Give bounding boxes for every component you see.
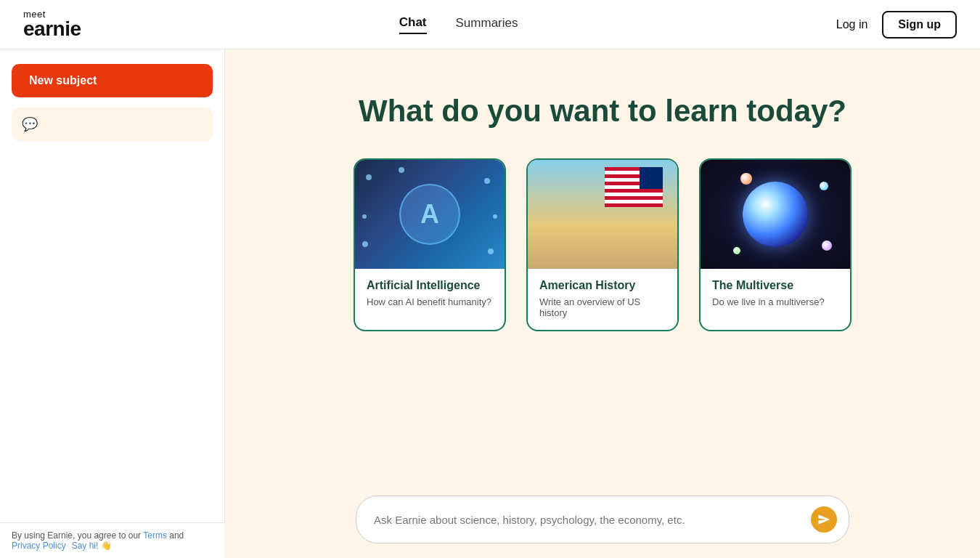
card-us-title: American History <box>539 279 666 292</box>
logo-earnie: earnie <box>23 19 81 39</box>
card-multiverse[interactable]: The Multiverse Do we live in a multivers… <box>699 158 852 331</box>
orb-small-4 <box>822 240 832 251</box>
card-ai[interactable]: A Artificial Intelligence How can AI ben… <box>354 158 506 331</box>
input-bar <box>356 496 849 543</box>
card-multi-body: The Multiverse Do we live in a multivers… <box>701 269 850 319</box>
footer-and: and <box>167 530 184 541</box>
footer: By using Earnie, you agree to our Terms … <box>0 522 225 558</box>
orb-small-3 <box>733 247 740 254</box>
main-nav: Chat Summaries <box>399 15 518 34</box>
header: meet earnie Chat Summaries Log in Sign u… <box>0 0 980 49</box>
card-us-body: American History Write an overview of US… <box>528 269 677 330</box>
logo: meet earnie <box>23 9 81 39</box>
card-us-desc: Write an overview of US history <box>539 296 666 318</box>
page-title: What do you want to learn today? <box>359 93 846 129</box>
cards-row: A Artificial Intelligence How can AI ben… <box>354 158 852 331</box>
card-ai-image: A <box>355 160 505 269</box>
signup-button[interactable]: Sign up <box>882 11 957 39</box>
footer-terms[interactable]: Terms <box>143 530 167 541</box>
layout: New subject 💬 What do you want to learn … <box>0 49 980 558</box>
input-bar-wrap <box>356 496 849 543</box>
footer-say-hi[interactable]: Say hi! 👋 <box>72 541 112 551</box>
orb-small-1 <box>740 173 752 185</box>
flag-canton <box>640 167 663 189</box>
ai-letter: A <box>420 199 439 230</box>
send-icon <box>817 513 830 526</box>
footer-privacy[interactable]: Privacy Policy <box>12 541 66 551</box>
card-us-history[interactable]: American History Write an overview of US… <box>526 158 679 331</box>
card-multi-image <box>701 160 850 269</box>
nav-actions: Log in Sign up <box>836 11 957 39</box>
sidebar-chat-item[interactable]: 💬 <box>12 108 213 141</box>
card-ai-body: Artificial Intelligence How can AI benef… <box>355 269 505 319</box>
sidebar: New subject 💬 <box>0 49 225 558</box>
card-multi-title: The Multiverse <box>712 279 838 292</box>
login-button[interactable]: Log in <box>836 18 868 31</box>
send-button[interactable] <box>811 506 837 533</box>
chat-icon: 💬 <box>22 116 38 132</box>
chat-input[interactable] <box>374 514 804 526</box>
new-subject-button[interactable]: New subject <box>12 64 213 97</box>
card-ai-desc: How can AI benefit humanity? <box>367 296 493 307</box>
card-us-image <box>528 160 677 269</box>
card-ai-title: Artificial Intelligence <box>367 279 493 292</box>
multiverse-orb <box>743 182 808 247</box>
nav-summaries[interactable]: Summaries <box>456 16 518 33</box>
nav-chat[interactable]: Chat <box>399 15 427 34</box>
card-multi-desc: Do we live in a multiverse? <box>712 296 838 307</box>
footer-text: By using Earnie, you agree to our <box>12 530 143 541</box>
main-content: What do you want to learn today? A Arti <box>225 49 980 558</box>
orb-small-2 <box>820 182 828 190</box>
